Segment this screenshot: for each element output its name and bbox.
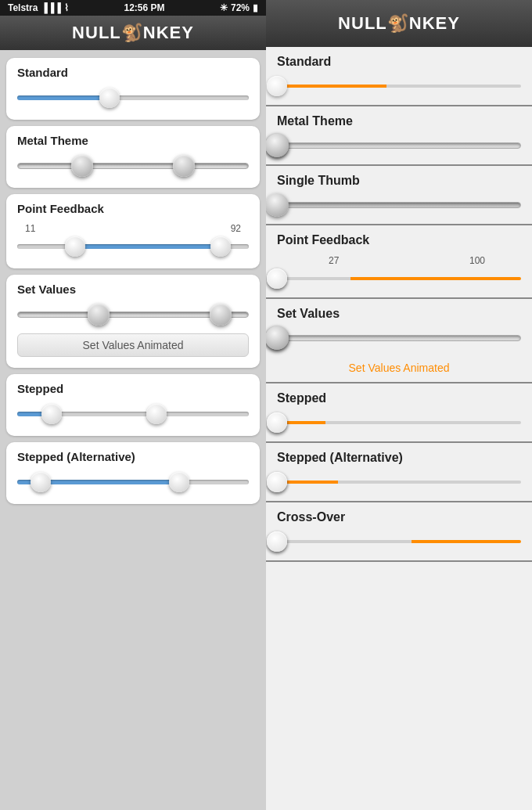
feedback-label-right: 92 (231, 223, 241, 234)
right-title-crossover: Cross-Over (266, 502, 532, 529)
slider-setvalues[interactable] (17, 304, 249, 326)
right-track-setvalues (277, 335, 521, 341)
right-thumb-crossover-right[interactable] (267, 531, 287, 552)
card-title-setvalues: Set Values (17, 283, 249, 296)
right-slider-stepped[interactable] (266, 410, 532, 435)
right-slider-standard[interactable] (266, 74, 532, 99)
card-standard: Standard (6, 58, 260, 120)
right-thumb-setvalues-right[interactable] (266, 326, 289, 350)
right-panel: NULL🐒NKEY Standard Metal Theme Single Th… (266, 0, 532, 810)
right-title-setvalues: Set Values (266, 299, 532, 326)
right-section-crossover: Cross-Over (266, 502, 532, 562)
right-set-values-button[interactable]: Set Values Animated (266, 357, 532, 382)
thumb-stepped-alt-left[interactable] (31, 472, 51, 492)
set-values-button[interactable]: Set Values Animated (17, 333, 249, 357)
right-thumb-stepped-right[interactable] (267, 412, 287, 433)
thumb-metal-right[interactable] (173, 155, 195, 177)
bluetooth-icon: ✳ (220, 2, 228, 13)
status-bar-right: ✳ 72% ▮ (220, 2, 258, 13)
card-title-stepped: Stepped (17, 382, 249, 395)
track-metal (17, 163, 249, 169)
right-section-stepped: Stepped (266, 383, 532, 443)
thumb-feedback-left[interactable] (65, 236, 85, 257)
right-track-crossover (277, 540, 521, 543)
status-bar: Telstra ▐▐▐ ⌇ 12:56 PM ✳ 72% ▮ (0, 0, 266, 16)
right-title-stepped: Stepped (266, 383, 532, 410)
right-thumb-feedback-right[interactable] (267, 268, 287, 289)
right-track-stepped (277, 421, 521, 424)
right-thumb-singlethumb[interactable] (266, 193, 289, 217)
thumb-standard[interactable] (99, 88, 120, 108)
left-header: NULL🐒NKEY (0, 16, 266, 50)
card-stepped-alt: Stepped (Alternative) (6, 442, 260, 504)
slider-stepped[interactable] (17, 403, 249, 425)
time-label: 12:56 PM (124, 2, 164, 13)
right-feedback-label-right: 100 (469, 255, 485, 266)
right-thumb-metal-right[interactable] (266, 134, 289, 157)
thumb-metal-left[interactable] (71, 155, 93, 177)
right-track-standard (277, 85, 521, 88)
signal-icon: ▐▐▐ (41, 2, 61, 13)
right-feedback-label-left: 27 (329, 255, 339, 266)
carrier-label: Telstra (8, 2, 38, 13)
right-track-feedback (277, 277, 521, 280)
thumb-feedback-right[interactable] (210, 236, 231, 257)
card-title-stepped-alt: Stepped (Alternative) (17, 450, 249, 463)
right-slider-feedback[interactable] (266, 266, 532, 291)
track-standard (17, 95, 249, 100)
feedback-labels: 11 92 (17, 223, 249, 234)
right-content: Standard Metal Theme Single Thumb (266, 47, 532, 810)
right-thumb-stepped-alt-right[interactable] (267, 472, 287, 492)
card-stepped: Stepped (6, 374, 260, 436)
right-slider-metal[interactable] (266, 133, 532, 158)
thumb-stepped-alt-right[interactable] (169, 472, 189, 492)
card-title-metal: Metal Theme (17, 134, 249, 147)
right-title-feedback: Point Feedback (266, 225, 532, 252)
card-metal: Metal Theme (6, 126, 260, 188)
right-header: NULL🐒NKEY (266, 0, 532, 47)
right-slider-stepped-alt[interactable] (266, 470, 532, 495)
right-feedback-labels: 27 100 (266, 252, 532, 266)
thumb-setvalues-left[interactable] (88, 304, 110, 326)
slider-stepped-alt[interactable] (17, 471, 249, 493)
left-panel: Telstra ▐▐▐ ⌇ 12:56 PM ✳ 72% ▮ NULL🐒NKEY… (0, 0, 266, 810)
right-logo-highlight: 🐒 (387, 13, 409, 33)
card-setvalues: Set Values Set Values Animated (6, 275, 260, 368)
right-section-metal: Metal Theme (266, 106, 532, 166)
slider-feedback[interactable] (17, 236, 249, 257)
status-bar-left: Telstra ▐▐▐ ⌇ (8, 2, 69, 13)
right-slider-singlethumb[interactable] (266, 193, 532, 218)
card-title-standard: Standard (17, 66, 249, 79)
card-feedback: Point Feedback 11 92 (6, 194, 260, 268)
wifi-icon: ⌇ (64, 2, 69, 13)
right-section-singlethumb: Single Thumb (266, 166, 532, 225)
slider-metal[interactable] (17, 155, 249, 177)
right-section-setvalues: Set Values Set Values Animated (266, 299, 532, 383)
thumb-stepped-right[interactable] (146, 404, 167, 424)
right-track-singlethumb (277, 202, 521, 208)
slider-standard[interactable] (17, 87, 249, 109)
left-content: Standard Metal Theme Point Feedback 11 9… (0, 50, 266, 810)
right-section-feedback: Point Feedback 27 100 (266, 225, 532, 299)
right-title-stepped-alt: Stepped (Alternative) (266, 443, 532, 470)
right-track-metal (277, 142, 521, 149)
feedback-label-left: 11 (25, 223, 35, 234)
card-title-feedback: Point Feedback (17, 202, 249, 215)
logo-highlight: 🐒 (121, 23, 143, 42)
thumb-setvalues-right[interactable] (210, 304, 232, 326)
track-stepped-alt (17, 480, 249, 484)
right-title-metal: Metal Theme (266, 106, 532, 133)
thumb-stepped[interactable] (41, 404, 62, 424)
right-track-stepped-alt (277, 481, 521, 484)
right-title-singlethumb: Single Thumb (266, 166, 532, 193)
right-logo: NULL🐒NKEY (338, 13, 460, 34)
right-slider-setvalues[interactable] (266, 326, 532, 351)
right-section-standard: Standard (266, 47, 532, 106)
right-title-standard: Standard (266, 47, 532, 74)
right-section-stepped-alt: Stepped (Alternative) (266, 443, 532, 502)
battery-label: 72% (231, 2, 250, 13)
battery-icon: ▮ (253, 2, 258, 13)
right-slider-crossover[interactable] (266, 529, 532, 554)
logo: NULL🐒NKEY (72, 23, 194, 43)
right-thumb-standard[interactable] (267, 76, 287, 96)
